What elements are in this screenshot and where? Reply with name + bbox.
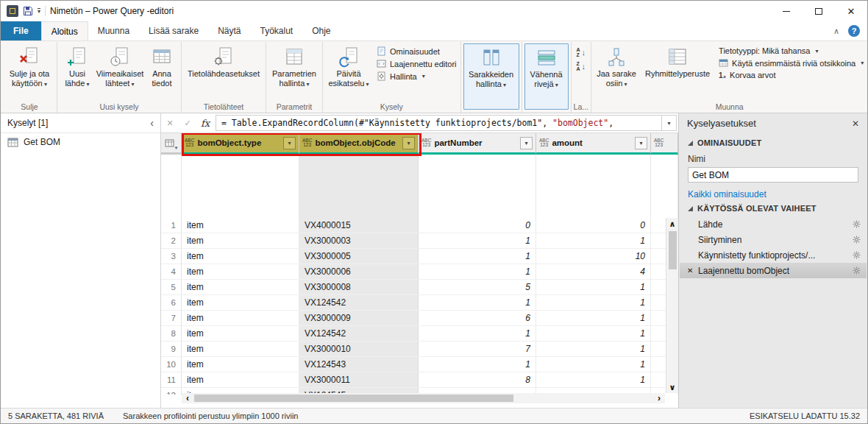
grid-cell[interactable]: item — [182, 342, 299, 356]
help-icon[interactable]: ? — [848, 25, 860, 37]
row-number[interactable]: 4 — [161, 264, 182, 279]
close-button[interactable]: ✕ — [835, 1, 867, 21]
applied-step[interactable]: Lähde — [680, 216, 867, 232]
group-by-button[interactable]: Ryhmittelyperuste — [641, 43, 714, 79]
grid-cell[interactable]: 4 — [536, 264, 651, 279]
formula-input[interactable]: = Table.ExpandRecordColumn(#"Käynnistett… — [216, 115, 662, 131]
tab-file[interactable]: File — [1, 21, 41, 40]
grid-cell[interactable]: item — [182, 357, 299, 372]
advanced-editor-button[interactable]: Laajennettu editori — [377, 59, 457, 68]
grid-cell[interactable]: 1 — [419, 249, 536, 264]
reduce-rows-button[interactable]: Vähennä rivejä — [524, 43, 569, 110]
split-column-button[interactable]: Jaa sarake osiin — [594, 43, 639, 88]
grid-cell[interactable]: 1 — [536, 372, 651, 387]
grid-cell[interactable]: 10 — [536, 249, 651, 264]
properties-section-header[interactable]: OMINAISUUDET — [688, 138, 858, 147]
grid-cell[interactable]: item — [182, 326, 299, 341]
grid-cell[interactable]: 1 — [536, 280, 651, 294]
grid-cell[interactable]: VX124542 — [299, 295, 419, 310]
cancel-formula-icon[interactable]: ✕ — [161, 113, 179, 132]
grid-cell[interactable]: 1 — [536, 295, 651, 310]
vertical-scrollbar[interactable]: ∧ ∨ — [666, 218, 678, 393]
filter-dropdown-icon[interactable]: ▾ — [283, 137, 296, 149]
gear-icon[interactable] — [853, 251, 861, 259]
grid-cell[interactable]: 1 — [419, 357, 536, 372]
horizontal-scrollbar[interactable]: ‹ › — [182, 393, 665, 403]
tab-nayta[interactable]: Näytä — [208, 21, 250, 40]
grid-cell[interactable]: VX124542 — [299, 326, 419, 341]
grid-cell[interactable]: 1 — [536, 233, 651, 248]
use-first-row-as-headers-button[interactable]: Käytä ensimmäistä riviä otsikkoina — [719, 58, 864, 68]
manage-columns-button[interactable]: Sarakkeiden hallinta — [463, 43, 519, 110]
tab-ohje[interactable]: Ohje — [302, 21, 340, 40]
tab-lisaa-sarake[interactable]: Lisää sarake — [139, 21, 208, 40]
grid-cell[interactable]: item — [182, 218, 299, 233]
row-number[interactable]: 3 — [161, 249, 182, 264]
horizontal-scroll-thumb[interactable] — [194, 395, 513, 402]
filter-dropdown-icon[interactable]: ▾ — [635, 137, 647, 149]
row-number[interactable]: 11 — [161, 372, 182, 387]
data-type-button[interactable]: Tietotyyppi: Mikä tahansa — [719, 46, 864, 55]
grid-cell[interactable]: item — [182, 249, 299, 264]
confirm-formula-icon[interactable]: ✓ — [179, 113, 196, 132]
row-number[interactable]: 2 — [161, 233, 182, 248]
enter-data-button[interactable]: Anna tiedot — [145, 43, 179, 88]
delete-step-icon[interactable]: ✕ — [687, 266, 698, 275]
grid-cell[interactable]: VX4000015 — [299, 218, 419, 233]
applied-steps-section-header[interactable]: KÄYTÖSSÄ OLEVAT VAIHEET — [688, 204, 858, 213]
grid-cell[interactable]: 1 — [536, 342, 651, 356]
row-number[interactable]: 8 — [161, 326, 182, 341]
grid-cell[interactable]: VX3000010 — [299, 342, 419, 356]
grid-cell[interactable]: item — [182, 295, 299, 310]
grid-cell[interactable]: 7 — [419, 342, 536, 356]
applied-step[interactable]: Siirtyminen — [680, 232, 867, 247]
all-properties-link[interactable]: Kaikki ominaisuudet — [688, 189, 858, 199]
gear-icon[interactable] — [853, 236, 861, 244]
expand-formula-bar-icon[interactable]: ▾ — [662, 115, 677, 131]
scroll-right-icon[interactable]: › — [653, 393, 665, 403]
grid-cell[interactable]: item — [182, 264, 299, 279]
tab-aloitus[interactable]: Aloitus — [41, 21, 88, 40]
grid-cell[interactable]: 8 — [419, 372, 536, 387]
grid-cell[interactable]: 1 — [419, 295, 536, 310]
grid-cell[interactable]: item — [182, 311, 299, 325]
row-number[interactable]: 1 — [161, 218, 182, 233]
recent-sources-button[interactable]: Viimeaikaiset lähteet — [96, 43, 143, 88]
vertical-scroll-thumb[interactable] — [669, 231, 677, 269]
row-number[interactable]: 7 — [161, 311, 182, 325]
collapse-queries-pane-icon[interactable]: ‹ — [150, 117, 154, 129]
grid-cell[interactable]: item — [182, 280, 299, 294]
tab-muunna[interactable]: Muunna — [88, 21, 139, 40]
sort-ascending-button[interactable]: A Z ↓ — [577, 47, 586, 57]
save-icon[interactable] — [23, 6, 33, 16]
row-number[interactable]: 6 — [161, 295, 182, 310]
maximize-button[interactable] — [803, 1, 835, 21]
grid-cell[interactable]: VX3000011 — [299, 372, 419, 387]
grid-cell[interactable]: 1 — [536, 326, 651, 341]
grid-cell[interactable]: 1 — [419, 264, 536, 279]
filter-dropdown-icon[interactable]: ▾ — [520, 137, 533, 149]
grid-cell[interactable]: 1 — [419, 233, 536, 248]
column-header-bomObject.objCode[interactable]: ABC123bomObject.objCode▾ — [299, 133, 419, 155]
replace-values-button[interactable]: 1₂ Korvaa arvot — [719, 71, 864, 80]
minimize-button[interactable] — [770, 1, 803, 21]
sort-descending-button[interactable]: Z A ↓ — [577, 61, 586, 71]
tab-tyokalut[interactable]: Työkalut — [250, 21, 302, 40]
grid-cell[interactable]: VX3000005 — [299, 249, 419, 264]
scroll-left-icon[interactable]: ‹ — [182, 393, 193, 403]
close-and-apply-button[interactable]: Sulje ja ota käyttöön — [4, 43, 54, 88]
manage-button[interactable]: Hallinta — [377, 71, 457, 81]
query-name-input[interactable] — [688, 167, 858, 183]
data-source-settings-button[interactable]: Tietolähdeasetukset — [184, 43, 263, 79]
row-number[interactable]: 5 — [161, 280, 182, 294]
column-header-bomObject.type[interactable]: ABC123bomObject.type▾ — [182, 133, 299, 155]
row-number[interactable]: 10 — [161, 357, 182, 372]
properties-button[interactable]: Ominaisuudet — [377, 46, 457, 56]
gear-icon[interactable] — [853, 220, 861, 228]
gear-icon[interactable] — [853, 266, 861, 275]
column-header-amount[interactable]: ABC123amount▾ — [536, 133, 651, 155]
grid-cell[interactable]: item — [182, 372, 299, 387]
grid-cell[interactable]: 1 — [419, 326, 536, 341]
filter-dropdown-icon[interactable]: ▾ — [402, 137, 415, 149]
scroll-up-icon[interactable]: ∧ — [666, 218, 678, 230]
